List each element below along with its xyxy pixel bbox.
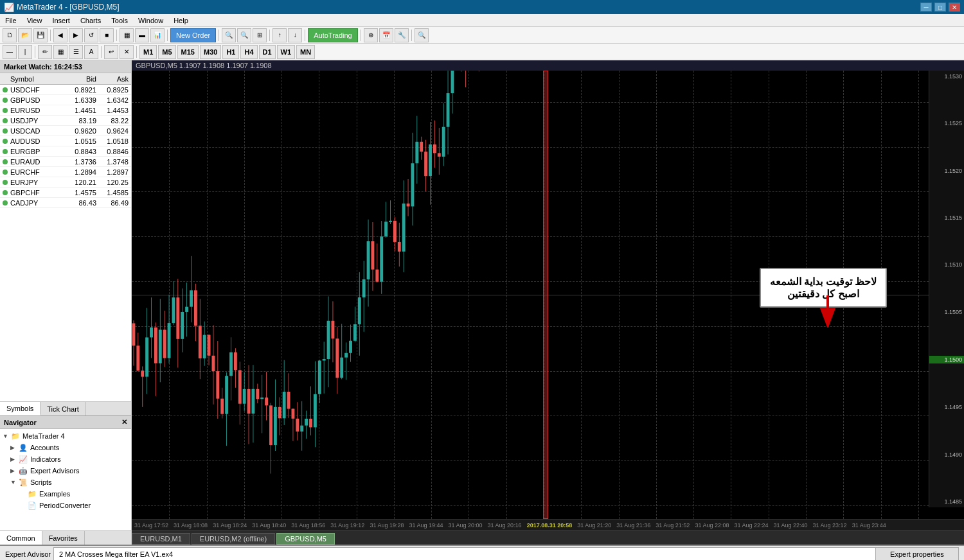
chart-type1[interactable]: ▦: [120, 28, 134, 42]
chart-view-button[interactable]: ⊞: [253, 28, 267, 42]
nav-tab-favorites[interactable]: Favorites: [42, 531, 85, 545]
refresh-button[interactable]: ↺: [84, 28, 98, 42]
open-button[interactable]: 📂: [18, 28, 32, 42]
indicator2-button[interactable]: ↓: [288, 28, 302, 42]
tf-draw2[interactable]: ▦: [53, 45, 67, 59]
tf-draw3[interactable]: ☰: [69, 45, 83, 59]
title-text: MetaTrader 4 - [GBPUSD,M5]: [17, 3, 120, 12]
new-order-button[interactable]: New Order: [170, 28, 216, 42]
tf-draw1[interactable]: ✏: [38, 45, 52, 59]
stop-button[interactable]: ■: [100, 28, 114, 42]
svg-rect-93: [335, 338, 339, 378]
tf-m15[interactable]: M15: [177, 45, 199, 59]
nav-item-expert-advisors[interactable]: ▶ 🤖 Expert Advisors: [0, 465, 131, 477]
tf-line-button[interactable]: —: [3, 45, 17, 59]
svg-rect-83: [314, 394, 317, 428]
new-button[interactable]: 🗋: [3, 28, 17, 42]
list-item[interactable]: USDJPY 83.19 83.22: [0, 116, 131, 126]
svg-rect-67: [278, 407, 281, 418]
minimize-button[interactable]: ─: [920, 3, 932, 12]
svg-rect-61: [265, 398, 268, 405]
tf-mn[interactable]: MN: [296, 45, 315, 59]
save-button[interactable]: 💾: [33, 28, 48, 42]
zoom-in-button[interactable]: 🔍: [222, 28, 236, 42]
indicator1-button[interactable]: ↑: [272, 28, 287, 42]
menu-view[interactable]: View: [22, 15, 48, 26]
tf-sep1: [35, 46, 35, 58]
menu-window[interactable]: Window: [133, 15, 168, 26]
list-item[interactable]: USDCHF 0.8921 0.8925: [0, 85, 131, 95]
chart-tab-gbpusd-m5[interactable]: GBPUSD,M5: [276, 533, 335, 545]
expert-properties-button[interactable]: Expert properties: [875, 547, 959, 560]
chart-tab-eurusd-m2[interactable]: EURUSD,M2 (offline): [192, 533, 275, 545]
tf-m1[interactable]: M1: [139, 45, 157, 59]
list-item[interactable]: EURAUD 1.3736 1.3748: [0, 157, 131, 167]
bid-text: 0.8843: [64, 148, 99, 155]
market-watch-list: USDCHF 0.8921 0.8925 GBPUSD 1.6339 1.634…: [0, 85, 131, 401]
symbol-text: USDCHF: [10, 86, 64, 94]
list-item[interactable]: EURGBP 0.8843 0.8846: [0, 146, 131, 157]
nav-item-accounts[interactable]: ▶ 👤 Accounts: [0, 442, 131, 453]
crosshair-button[interactable]: ⊕: [364, 28, 378, 42]
maximize-button[interactable]: □: [934, 3, 946, 12]
tf-draw4[interactable]: A: [84, 45, 98, 59]
tf-d1[interactable]: D1: [259, 45, 276, 59]
nav-item-indicators[interactable]: ▶ 📈 Indicators: [0, 453, 131, 465]
tf-cursor-button[interactable]: |: [18, 45, 32, 59]
period-button[interactable]: 📅: [379, 28, 393, 42]
window-controls[interactable]: ─ □ ✕: [920, 3, 960, 12]
close-button[interactable]: ✕: [949, 3, 960, 12]
list-item[interactable]: EURJPY 120.21 120.25: [0, 177, 131, 188]
chart-type3[interactable]: 📊: [150, 28, 165, 42]
menu-help[interactable]: Help: [168, 15, 193, 26]
list-item[interactable]: EURUSD 1.4451 1.4453: [0, 105, 131, 116]
chart-tab-eurusd-m1[interactable]: EURUSD,M1: [132, 533, 190, 545]
menu-file[interactable]: File: [0, 15, 22, 26]
svg-rect-117: [389, 221, 392, 222]
chart-canvas[interactable]: 1.1530 1.1525 1.1520 1.1515 1.1510 1.150…: [132, 71, 964, 519]
tf-remove[interactable]: ✕: [120, 45, 134, 59]
sep8: [411, 30, 412, 41]
search-button[interactable]: 🔍: [415, 28, 429, 42]
bid-text: 1.2894: [64, 168, 99, 176]
svg-rect-1: [132, 323, 136, 346]
tf-h4[interactable]: H4: [240, 45, 257, 59]
price-6: 1.1505: [929, 309, 964, 315]
tf-h1[interactable]: H1: [222, 45, 239, 59]
nav-folder-icon: 🤖: [18, 466, 28, 476]
nav-item-metatrader-4[interactable]: ▼ 📁 MetaTrader 4: [0, 430, 131, 442]
navigator-close-icon[interactable]: ✕: [121, 418, 127, 426]
tab-symbols[interactable]: Symbols: [0, 402, 40, 416]
tools2-button[interactable]: 🔧: [395, 28, 409, 42]
ea-select[interactable]: 2 MA Crosses Mega filter EA V1.ex4: [53, 547, 959, 561]
list-item[interactable]: GBPCHF 1.4575 1.4585: [0, 188, 131, 198]
list-item[interactable]: GBPUSD 1.6339 1.6342: [0, 95, 131, 105]
list-item[interactable]: EURCHF 1.2894 1.2897: [0, 167, 131, 177]
market-watch-columns: Symbol Bid Ask: [0, 73, 131, 85]
zoom-out-button[interactable]: 🔍: [237, 28, 251, 42]
nav-item-periodconverter[interactable]: 📄 PeriodConverter: [0, 500, 131, 511]
list-item[interactable]: USDCAD 0.9620 0.9624: [0, 126, 131, 136]
list-item[interactable]: AUDUSD 1.0515 1.0518: [0, 136, 131, 146]
nav-item-scripts[interactable]: ▼ 📜 Scripts: [0, 477, 131, 488]
tab-tick-chart[interactable]: Tick Chart: [40, 402, 86, 416]
menu-tools[interactable]: Tools: [106, 15, 133, 26]
chart-type2[interactable]: ▬: [135, 28, 149, 42]
price-2: 1.1525: [929, 120, 964, 127]
tf-m5[interactable]: M5: [158, 45, 175, 59]
menu-insert[interactable]: Insert: [47, 15, 75, 26]
nav-item-examples[interactable]: 📁 Examples: [0, 488, 131, 500]
sep5: [269, 30, 270, 41]
forward-button[interactable]: ▶: [69, 28, 83, 42]
menu-charts[interactable]: Charts: [75, 15, 106, 26]
back-button[interactable]: ◀: [53, 28, 67, 42]
ask-text: 1.2897: [99, 168, 131, 176]
list-item[interactable]: CADJPY 86.43 86.49: [0, 198, 131, 208]
ask-text: 83.22: [99, 117, 131, 125]
tf-m30[interactable]: M30: [200, 45, 221, 59]
tf-undo[interactable]: ↩: [104, 45, 118, 59]
col-bid: Bid: [64, 75, 99, 83]
autotrading-button[interactable]: AutoTrading: [308, 28, 358, 42]
tf-w1[interactable]: W1: [277, 45, 296, 59]
nav-tab-common[interactable]: Common: [0, 531, 42, 545]
